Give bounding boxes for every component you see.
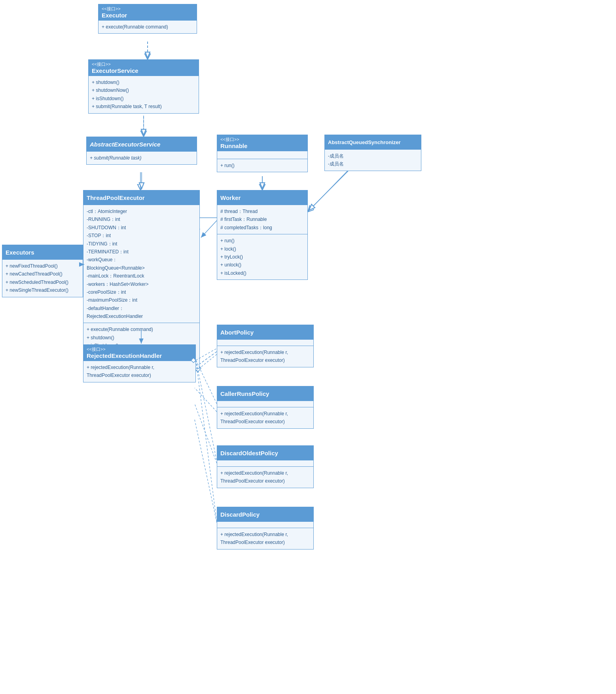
executor-method-0: + execute(Runnable command)	[102, 23, 193, 31]
executors-method-0: + newFixedThreadPool()	[6, 262, 80, 270]
svg-line-13	[195, 388, 217, 412]
abort-header: AbortPolicy	[217, 325, 313, 339]
aes-header: AbstractExecutorService	[87, 137, 197, 151]
executors-method-1: + newCachedThreadPool()	[6, 270, 80, 278]
caller-header: CallerRunsPolicy	[217, 386, 313, 401]
tpe-field-10: -corePoolSize：int	[87, 288, 196, 296]
abort-methods: + rejectedExecution(Runnable r, ThreadPo…	[217, 346, 313, 367]
discard-oldest-method-1: ThreadPoolExecutor executor)	[220, 477, 310, 485]
discard-oldest-header: DiscardOldestPolicy	[217, 446, 313, 460]
worker-methods: + run() + lock() + tryLock() + unlock() …	[217, 234, 307, 280]
runnable-methods: + run()	[217, 159, 307, 172]
executor-name: Executor	[102, 12, 193, 19]
tpe-field-9: -workers：HashSet<Worker>	[87, 280, 196, 288]
diagram-container: <<接口>> Executor + execute(Runnable comma…	[0, 0, 616, 694]
caller-methods: + rejectedExecution(Runnable r, ThreadPo…	[217, 407, 313, 428]
executorservice-box: <<接口>> ExecutorService + shutdown() + sh…	[88, 59, 199, 114]
es-method-3: + submit(Runnable task, T result)	[92, 103, 195, 110]
executors-header: Executors	[2, 245, 83, 259]
tpe-fields: -ctl：AtomicInteger -RUNNING：int -SHUTDOW…	[83, 205, 199, 323]
worker-field-0: # thread：Thread	[220, 207, 304, 215]
worker-fields: # thread：Thread # firstTask：Runnable # c…	[217, 205, 307, 234]
worker-method-4: + isLocked()	[220, 269, 304, 277]
discard-oldest-methods: + rejectedExecution(Runnable r, ThreadPo…	[217, 466, 313, 488]
executors-method-3: + newSingleThreadExecutor()	[6, 286, 80, 294]
tpe-method-0: + execute(Runnable command)	[87, 325, 196, 333]
executor-stereotype: <<接口>>	[102, 6, 193, 12]
worker-box: Worker # thread：Thread # firstTask：Runna…	[217, 190, 308, 280]
tpe-field-0: -ctl：AtomicInteger	[87, 207, 196, 215]
aes-name: AbstractExecutorService	[90, 141, 193, 148]
worker-header: Worker	[217, 190, 307, 205]
discard-header: DiscardPolicy	[217, 507, 313, 521]
executor-header: <<接口>> Executor	[99, 4, 197, 20]
executorservice-body: + shutdown() + shutdownNow() + isShutdow…	[89, 76, 199, 113]
caller-method-0: + rejectedExecution(Runnable r,	[220, 410, 310, 418]
reh-name: RejectedExecutionHandler	[87, 352, 192, 359]
tpe-field-13: RejectedExecutionHandler	[87, 312, 196, 320]
worker-method-2: + tryLock()	[220, 253, 304, 261]
tpe-header: ThreadPoolExecutor	[83, 190, 199, 205]
abort-name: AbortPolicy	[220, 329, 310, 336]
discard-method-0: + rejectedExecution(Runnable r,	[220, 530, 310, 538]
caller-method-1: ThreadPoolExecutor executor)	[220, 418, 310, 426]
abort-method-0: + rejectedExecution(Runnable r,	[220, 348, 310, 356]
aqs-header: AbstractQueuedSynchronizer	[325, 135, 421, 149]
worker-method-1: + lock()	[220, 245, 304, 253]
es-method-2: + isShutdown()	[92, 95, 195, 103]
es-method-1: + shutdownNow()	[92, 86, 195, 94]
discard-oldest-name: DiscardOldestPolicy	[220, 450, 310, 456]
executors-name: Executors	[6, 249, 80, 256]
threadpoolexecutor-box: ThreadPoolExecutor -ctl：AtomicInteger -R…	[83, 190, 200, 369]
discard-name: DiscardPolicy	[220, 511, 310, 518]
svg-line-32	[196, 360, 217, 461]
executors-box: Executors + newFixedThreadPool() + newCa…	[2, 245, 83, 297]
tpe-field-11: -maximumPoolSize：int	[87, 296, 196, 304]
worker-field-1: # firstTask：Runnable	[220, 215, 304, 223]
reh-stereotype: <<接口>>	[87, 346, 192, 352]
reh-method-1: ThreadPoolExecutor executor)	[87, 371, 192, 379]
worker-method-0: + run()	[220, 237, 304, 245]
abort-body	[217, 339, 313, 346]
worker-name: Worker	[220, 194, 304, 201]
svg-line-36	[201, 221, 217, 238]
worker-method-3: + unlock()	[220, 261, 304, 269]
discard-oldest-box: DiscardOldestPolicy + rejectedExecution(…	[217, 445, 314, 488]
discard-body	[217, 521, 313, 528]
executors-body: + newFixedThreadPool() + newCachedThread…	[2, 259, 83, 297]
runnable-stereotype: <<接口>>	[220, 137, 304, 143]
reh-box: <<接口>> RejectedExecutionHandler + reject…	[83, 344, 196, 382]
worker-field-2: # completedTasks：long	[220, 224, 304, 232]
tpe-field-3: -STOP：int	[87, 232, 196, 240]
tpe-field-4: -TIDYING：int	[87, 240, 196, 248]
runnable-body	[217, 151, 307, 159]
tpe-field-12: -defaultHandler：	[87, 304, 196, 312]
discard-box: DiscardPolicy + rejectedExecution(Runnab…	[217, 507, 314, 549]
aqs-field-0: -成员名	[328, 152, 418, 160]
discard-oldest-method-0: + rejectedExecution(Runnable r,	[220, 469, 310, 477]
svg-line-28	[309, 171, 348, 211]
discard-oldest-body	[217, 460, 313, 466]
executors-method-2: + newScheduledThreadPool()	[6, 278, 80, 286]
aes-method-0: + submit(Runnable task)	[90, 154, 193, 162]
svg-line-33	[196, 360, 217, 523]
discard-methods: + rejectedExecution(Runnable r, ThreadPo…	[217, 528, 313, 549]
tpe-field-2: -SHUTDOWN：int	[87, 224, 196, 232]
tpe-name: ThreadPoolExecutor	[87, 194, 196, 201]
discard-method-1: ThreadPoolExecutor executor)	[220, 538, 310, 546]
abort-method-1: ThreadPoolExecutor executor)	[220, 356, 310, 364]
aqs-field-1: -成员名	[328, 160, 418, 168]
caller-box: CallerRunsPolicy + rejectedExecution(Run…	[217, 386, 314, 429]
runnable-box: <<接口>> Runnable + run()	[217, 135, 308, 172]
executor-box: <<接口>> Executor + execute(Runnable comma…	[98, 4, 197, 34]
reh-body: + rejectedExecution(Runnable r, ThreadPo…	[83, 361, 195, 382]
tpe-field-8: -mainLock：ReentrantLock	[87, 272, 196, 280]
tpe-field-7: BlockingQueue<Runnable>	[87, 264, 196, 272]
reh-header: <<接口>> RejectedExecutionHandler	[83, 345, 195, 361]
executorservice-name: ExecutorService	[92, 67, 195, 74]
tpe-field-5: -TERMINATED：int	[87, 248, 196, 256]
abort-box: AbortPolicy + rejectedExecution(Runnable…	[217, 325, 314, 367]
caller-body	[217, 401, 313, 407]
reh-method-0: + rejectedExecution(Runnable r,	[87, 363, 192, 371]
caller-name: CallerRunsPolicy	[220, 390, 310, 397]
